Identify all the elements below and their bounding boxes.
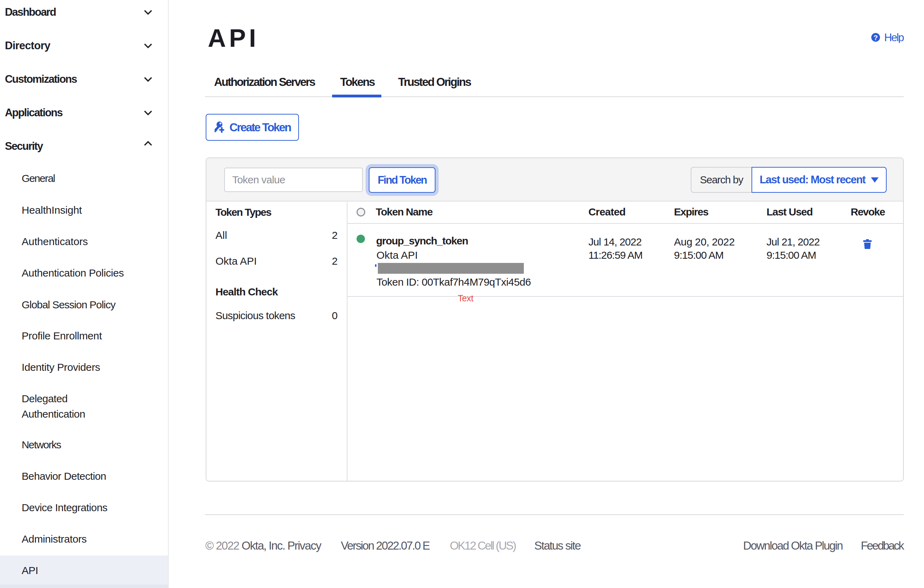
svg-text:?: ? <box>873 34 878 41</box>
svg-text:Help: Help <box>884 33 904 43</box>
